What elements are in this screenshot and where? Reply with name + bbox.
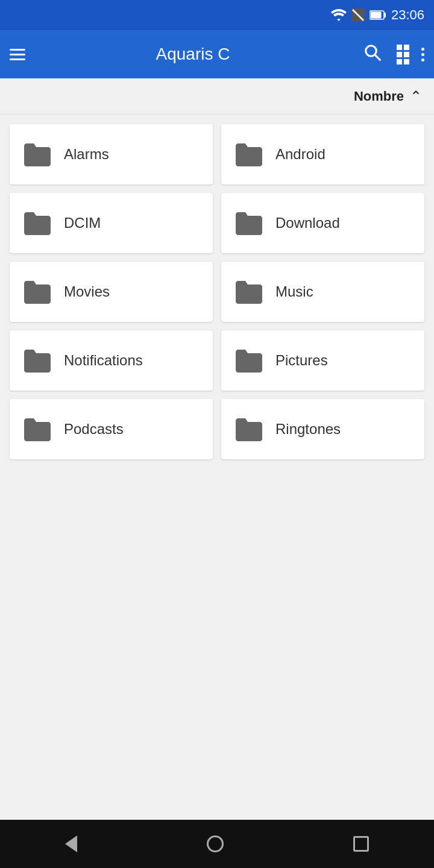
bottom-navigation	[0, 820, 434, 868]
folder-item-music[interactable]: Music	[221, 262, 424, 322]
grid-view-button[interactable]	[397, 45, 409, 64]
folder-icon-podcasts	[22, 416, 53, 442]
folder-item-movies[interactable]: Movies	[10, 262, 213, 322]
folder-icon-notifications	[22, 347, 53, 374]
folder-item-ringtones[interactable]: Ringtones	[221, 399, 424, 459]
more-options-button[interactable]	[421, 48, 424, 61]
app-title: Aquaris C	[37, 45, 348, 64]
battery-icon	[370, 10, 386, 20]
svg-rect-3	[384, 13, 386, 17]
folder-name-podcasts: Podcasts	[64, 421, 124, 438]
folder-grid: Alarms Android DCIM Download	[0, 115, 434, 820]
folder-name-dcim: DCIM	[64, 215, 101, 231]
folder-icon-dcim	[22, 210, 53, 236]
status-bar: 23:06	[0, 0, 434, 30]
folder-name-movies: Movies	[64, 283, 110, 300]
folder-item-alarms[interactable]: Alarms	[10, 124, 213, 184]
folder-icon-pictures	[233, 347, 265, 374]
home-button[interactable]	[189, 829, 242, 858]
wifi-icon	[331, 9, 347, 21]
folder-icon-android	[233, 141, 265, 168]
search-button[interactable]	[360, 43, 385, 66]
sort-bar[interactable]: Nombre ⌃	[0, 78, 434, 115]
status-icons: 23:06	[331, 7, 424, 23]
folder-item-podcasts[interactable]: Podcasts	[10, 399, 213, 459]
folder-item-download[interactable]: Download	[221, 193, 424, 253]
svg-line-6	[375, 55, 380, 60]
signal-icon	[351, 8, 365, 22]
sort-direction-icon: ⌃	[410, 88, 422, 105]
folder-name-music: Music	[275, 283, 313, 300]
sort-label: Nombre	[354, 89, 404, 104]
recents-button[interactable]	[335, 830, 387, 858]
folder-name-notifications: Notifications	[64, 352, 143, 369]
folder-name-pictures: Pictures	[275, 352, 328, 369]
status-time: 23:06	[391, 7, 424, 23]
back-button[interactable]	[47, 829, 95, 858]
folder-item-dcim[interactable]: DCIM	[10, 193, 213, 253]
folder-icon-download	[233, 210, 265, 236]
folder-name-android: Android	[275, 146, 326, 163]
folder-icon-music	[233, 278, 265, 305]
folder-item-pictures[interactable]: Pictures	[221, 330, 424, 391]
folder-item-android[interactable]: Android	[221, 124, 424, 184]
folder-icon-alarms	[22, 141, 53, 168]
folder-item-notifications[interactable]: Notifications	[10, 330, 213, 391]
top-app-bar: Aquaris C	[0, 30, 434, 78]
folder-icon-movies	[22, 278, 53, 305]
menu-button[interactable]	[10, 49, 25, 60]
svg-rect-4	[370, 12, 381, 19]
folder-name-ringtones: Ringtones	[275, 421, 341, 438]
folder-name-alarms: Alarms	[64, 146, 109, 163]
folder-icon-ringtones	[233, 416, 265, 442]
folder-name-download: Download	[275, 215, 340, 231]
